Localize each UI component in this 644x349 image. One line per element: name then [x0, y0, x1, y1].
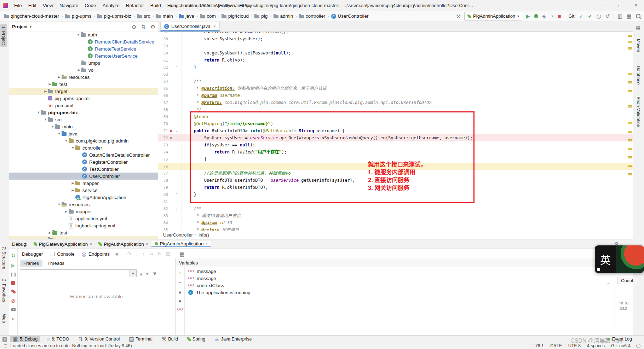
chevron-right-icon[interactable]: ▶ [70, 181, 75, 185]
thread-dump-icon[interactable] [11, 308, 16, 311]
tree-item-pom-xml[interactable]: mpom.xml [9, 102, 158, 109]
move-up-icon[interactable]: ▴ [179, 289, 182, 294]
profiler-icon[interactable]: ◔ [550, 13, 553, 19]
tree-item-test[interactable]: ▶test [9, 229, 158, 236]
code-line-67[interactable]: 67 * @Return: com.pig4cloud.pig.common.c… [158, 99, 633, 106]
tree-item-resources[interactable]: ▼resources [9, 201, 158, 208]
code-line-57[interactable]: 57 UserInfoVO vo = new UserInfoVO(); [158, 32, 633, 35]
run-to-cursor-icon[interactable]: ⇥ [149, 251, 153, 256]
close-icon[interactable]: × [213, 24, 216, 29]
step-into-icon[interactable]: ↓ [136, 251, 138, 256]
tree-item-controller[interactable]: ▼controller [9, 144, 158, 151]
variable-row-message[interactable]: message [185, 268, 633, 275]
chevron-down-icon[interactable]: ▾ [30, 25, 31, 29]
status-item-crlf[interactable]: CRLF [550, 343, 562, 348]
code-line-72[interactable]: 72 SysUser sysUser = userService.getOne(… [158, 134, 633, 141]
menu-view[interactable]: View [40, 3, 56, 8]
memory-gauge-icon[interactable] [636, 344, 640, 348]
toolwindow-tab-build[interactable]: ⚒Build [159, 336, 181, 342]
more-icon[interactable]: » [12, 316, 15, 321]
coverage-icon[interactable]: ◈ [542, 13, 546, 19]
debug-view-console[interactable]: Console [48, 251, 76, 257]
stop-icon[interactable] [11, 281, 15, 285]
tree-item-java[interactable]: ▼java [9, 130, 158, 137]
breadcrumb-item-java[interactable]: java [178, 13, 195, 19]
tool-windows-icon[interactable]: ▦ [2, 336, 7, 342]
debug-tab-pigadminapplication[interactable]: PigAdminApplication× [151, 241, 211, 247]
view-breakpoints-icon[interactable] [11, 290, 14, 292]
tree-item-remoteuserservice[interactable]: IRemoteUserService [9, 52, 158, 59]
code-line-73[interactable]: 73 if(sysUser == null){ [158, 141, 633, 149]
warning-mark-icon[interactable] [628, 35, 632, 37]
run-icon[interactable]: ▶ [526, 13, 530, 19]
code-line-84[interactable]: 84 * @param id ID [158, 219, 633, 226]
code-line-83[interactable]: 83 * 通过ID查询用户信息 [158, 212, 633, 219]
variable-row-the-application-is-running[interactable]: iThe application is running [185, 289, 633, 296]
minimize-button[interactable]: — [595, 0, 611, 11]
code-line-59[interactable]: 59 [158, 42, 633, 50]
view-threads-icon[interactable]: ▤ [166, 251, 171, 256]
breadcrumb-item-usercontroller[interactable]: CUserController [331, 13, 369, 19]
menu-build[interactable]: Build [147, 3, 164, 8]
chevron-down-icon[interactable]: ▼ [36, 111, 41, 114]
tree-item-vo[interactable]: ▶vo [9, 66, 158, 74]
fold-icon[interactable]: ⌃ [174, 193, 179, 196]
variable-row-message[interactable]: message [185, 275, 633, 282]
tree-item-remoteclientdetailsservice[interactable]: IRemoteClientDetailsService [9, 38, 158, 45]
fold-icon[interactable]: ⌄ [174, 129, 179, 133]
right-tab-bean-validation[interactable]: Bean Validation [636, 97, 641, 127]
code-line-62[interactable]: 62⌃ } [158, 64, 633, 71]
menu-edit[interactable]: Edit [25, 3, 40, 8]
code-line-69[interactable]: 69 @Inner [158, 113, 633, 120]
sidebar-tab-7-structure[interactable]: 7: Structure [1, 246, 6, 269]
breadcrumb-item-pig4cloud[interactable]: pig4cloud [221, 13, 249, 19]
chevron-down-icon[interactable]: ▼ [57, 203, 62, 206]
breadcrumb-item-admin[interactable]: admin [273, 13, 294, 19]
status-icon[interactable]: ▢ [4, 344, 7, 348]
tree-item-mapper[interactable]: ▶mapper [9, 180, 158, 187]
tree-item-oauthclientdetailscontroller[interactable]: COauthClientDetailsController [9, 151, 158, 158]
tree-item-mapper[interactable]: ▶mapper [9, 208, 158, 215]
tree-item-test[interactable]: ▶test [9, 81, 158, 88]
step-out-icon[interactable]: ↑ [142, 251, 145, 256]
tree-item-main[interactable]: ▼main [9, 123, 158, 130]
debug-icon[interactable] [534, 14, 538, 18]
code-line-64[interactable]: 64⌄ /** [158, 78, 633, 85]
close-icon[interactable]: × [146, 242, 148, 246]
tree-item-com-pig4cloud-pig-admin[interactable]: ▼com.pig4cloud.pig.admin [9, 137, 158, 144]
chevron-down-icon[interactable]: ▼ [57, 132, 62, 135]
wrench-icon[interactable]: ⚒ [456, 14, 461, 19]
tab-frames[interactable]: Frames [20, 260, 42, 267]
settings-icon[interactable]: ⚙ [151, 24, 155, 29]
chevron-down-icon[interactable]: ▼ [76, 33, 81, 36]
tree-item-umps[interactable]: umps [9, 59, 158, 66]
breadcrumb-item-com[interactable]: com [200, 13, 216, 19]
code-line-58[interactable]: 58 vo.setSysUser(sysUser); [158, 35, 633, 42]
warning-mark-icon[interactable] [628, 47, 632, 50]
add-watch-icon[interactable]: + [178, 270, 182, 275]
status-item-76-1[interactable]: 76:1 [535, 343, 544, 348]
warning-mark-icon[interactable] [628, 122, 632, 124]
warning-mark-icon[interactable] [628, 81, 632, 83]
warning-mark-icon[interactable] [628, 105, 632, 107]
code-line-71[interactable]: 71⌄ public R<UserInfoDTO> info(@PathVari… [158, 127, 633, 134]
chevron-down-icon[interactable]: ▼ [64, 139, 69, 142]
tab-threads[interactable]: Threads [44, 260, 68, 267]
menu-file[interactable]: File [11, 3, 25, 8]
toolwindow-tab-9-version-control[interactable]: ⇅9: Version Control [75, 336, 122, 342]
toolwindow-tab-6-todo[interactable]: ≡6: TODO [44, 336, 72, 342]
code-line-65[interactable]: 65 * @Description: 获取指定用户名的用户全部信息，用于用户认证 [158, 85, 633, 92]
chevron-right-icon[interactable]: ▶ [76, 68, 81, 72]
breadcrumb-item-main[interactable]: main [156, 13, 173, 19]
code-line-70[interactable]: 70 @GetMapping("/info/{username}") [158, 120, 633, 127]
right-tab-database[interactable]: Database [636, 66, 641, 85]
tree-item-testcontroller[interactable]: CTestController [9, 165, 158, 173]
mute-icon[interactable]: ⊘ [11, 298, 16, 303]
reset-frame-icon[interactable]: ↻ [157, 251, 162, 256]
debug-tab-pigauthapplication[interactable]: PigAuthApplication× [95, 242, 151, 247]
history-icon[interactable]: ◷ [597, 13, 601, 19]
chevron-down-icon[interactable]: ▼ [50, 125, 55, 128]
warning-mark-icon[interactable] [628, 73, 632, 75]
code-editor[interactable]: 57 UserInfoVO vo = new UserInfoVO();58 v… [158, 32, 633, 231]
warning-mark-icon[interactable] [628, 165, 632, 167]
